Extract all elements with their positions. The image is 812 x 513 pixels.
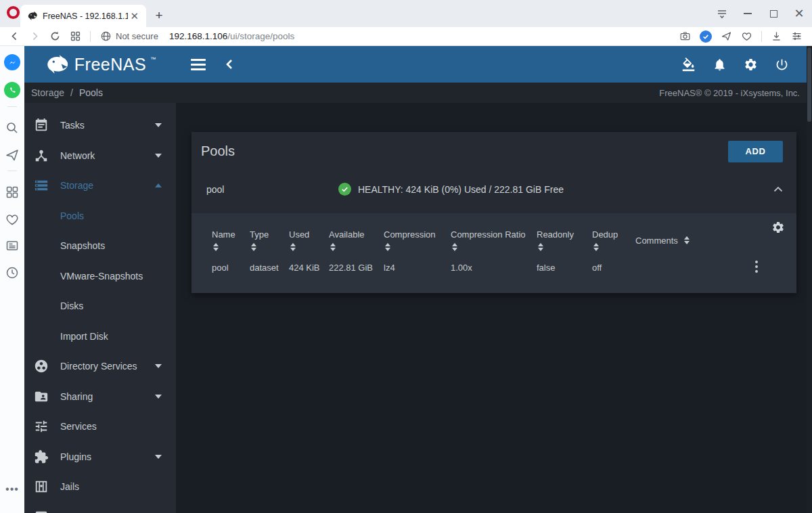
sort-icon[interactable]: [538, 243, 543, 251]
collapse-back-chevron-icon[interactable]: [225, 59, 234, 70]
breadcrumb-section[interactable]: Storage: [31, 87, 64, 98]
sort-icon[interactable]: [593, 243, 599, 251]
column-header-available[interactable]: Available: [329, 229, 384, 251]
sort-icon[interactable]: [452, 243, 457, 251]
sort-icon[interactable]: [213, 243, 219, 251]
url-host: 192.168.1.106: [169, 31, 227, 41]
freenas-logo-trademark: ™: [150, 56, 156, 62]
pool-name: pool: [206, 184, 338, 195]
maximize-button[interactable]: [761, 0, 786, 27]
scrollbar-thumb[interactable]: [807, 47, 811, 122]
tasks-icon: [34, 118, 49, 133]
pool-summary-row[interactable]: pool HEALTHY: 424 KiB (0%) Used / 222.81…: [191, 171, 796, 208]
sidebar-item-vmware-snapshots[interactable]: VMware-Snapshots: [24, 261, 176, 292]
toolbar-separator: [761, 31, 762, 42]
search-icon[interactable]: [5, 120, 20, 135]
bookmarks-heart-icon[interactable]: [5, 212, 20, 227]
tab-close-icon[interactable]: ✕: [128, 10, 141, 22]
add-pool-button[interactable]: ADD: [728, 141, 783, 162]
column-header-dedup[interactable]: Dedup: [592, 229, 635, 251]
url-field[interactable]: 192.168.1.106/ui/storage/pools: [169, 31, 294, 41]
back-icon[interactable]: [9, 30, 20, 42]
nav-toggle-hamburger-icon[interactable]: [191, 59, 206, 70]
chevron-down-icon: [155, 455, 162, 459]
settings-gear-icon[interactable]: [744, 58, 758, 72]
table-row[interactable]: pooldataset424 KiB222.81 GiBlz41.00xfals…: [212, 263, 796, 273]
easy-setup-sliders-icon[interactable]: [791, 30, 803, 42]
freenas-favicon-icon: [27, 11, 38, 22]
tab-menu-icon[interactable]: [709, 0, 735, 27]
sidebar-item-network[interactable]: Network: [24, 141, 176, 171]
sidebar-item-pools[interactable]: Pools: [24, 201, 176, 231]
toolbar-separator: [90, 31, 91, 42]
sidebar-item-jails[interactable]: Jails: [24, 472, 176, 502]
sidebar-item-services[interactable]: Services: [24, 411, 176, 442]
sort-icon[interactable]: [385, 243, 390, 251]
column-label: Type: [250, 229, 269, 240]
bookmark-heart-icon[interactable]: [741, 30, 752, 42]
shield-check-badge[interactable]: [700, 30, 712, 43]
sidebar-item-sharing[interactable]: Sharing: [24, 382, 176, 412]
camera-snapshot-icon[interactable]: [679, 30, 691, 42]
collapse-chevron-up-icon[interactable]: [773, 186, 783, 192]
column-header-name[interactable]: Name: [212, 229, 250, 251]
my-flow-paper-plane-icon[interactable]: [721, 30, 732, 42]
table-header-row: NameTypeUsedAvailableCompressionCompress…: [212, 229, 796, 251]
column-header-compression-ratio[interactable]: Compression Ratio: [451, 229, 537, 251]
url-path: /ui/storage/pools: [227, 31, 294, 41]
opera-logo-icon[interactable]: [7, 6, 20, 19]
sidebar-item-directory-services[interactable]: Directory Services: [24, 351, 176, 382]
sidebar-item-label: Snapshots: [60, 240, 105, 251]
sort-icon[interactable]: [290, 243, 296, 251]
sidebar-item-disks[interactable]: Disks: [24, 291, 176, 321]
chevron-down-icon: [155, 364, 162, 368]
column-header-type[interactable]: Type: [250, 229, 289, 251]
sidebar-item-label: Import Disk: [60, 331, 108, 342]
sidebar-item-reporting[interactable]: Reporting: [24, 502, 176, 513]
power-icon[interactable]: [775, 58, 789, 72]
sidebar-divider: [7, 106, 17, 107]
sidebar-item-tasks[interactable]: Tasks: [24, 110, 176, 141]
column-label: Compression Ratio: [451, 229, 526, 240]
my-flow-icon[interactable]: [5, 148, 20, 162]
sidebar-item-label: Services: [60, 421, 97, 432]
security-label: Not secure: [116, 31, 158, 41]
chevron-up-icon: [155, 183, 162, 187]
table-settings-gear-icon[interactable]: [771, 221, 785, 234]
minimize-button[interactable]: [735, 0, 761, 27]
sidebar-item-storage[interactable]: Storage: [24, 171, 176, 201]
table-cell-compression: lz4: [384, 263, 451, 273]
page-scrollbar[interactable]: [807, 46, 812, 513]
sidebar-item-label: Plugins: [60, 451, 91, 462]
sort-icon[interactable]: [684, 236, 690, 244]
news-icon[interactable]: [5, 238, 20, 253]
speed-dial-grid-icon[interactable]: [70, 30, 81, 42]
sidebar-item-import-disk[interactable]: Import Disk: [24, 321, 176, 352]
new-tab-button[interactable]: +: [152, 8, 166, 23]
column-header-readonly[interactable]: Readonly: [537, 229, 592, 251]
notifications-bell-icon[interactable]: [713, 58, 727, 72]
close-button[interactable]: ✕: [786, 0, 812, 27]
whatsapp-icon[interactable]: [4, 82, 20, 98]
column-header-used[interactable]: Used: [289, 229, 329, 251]
column-label: Name: [212, 229, 235, 240]
freenas-logo[interactable]: FreeNAS™: [24, 54, 176, 74]
download-icon[interactable]: [771, 30, 782, 42]
speed-dial-icon[interactable]: [5, 185, 20, 200]
row-actions-kebab-icon[interactable]: [755, 261, 758, 273]
column-header-comments[interactable]: Comments: [635, 229, 737, 251]
sidebar-item-snapshots[interactable]: Snapshots: [24, 231, 176, 261]
sort-icon[interactable]: [330, 243, 336, 251]
browser-tab[interactable]: FreeNAS - 192.168.1.106 ✕: [20, 5, 146, 27]
table-cell-used: 424 KiB: [289, 263, 329, 273]
sidebar-settings-ellipsis[interactable]: •••: [5, 483, 19, 495]
messenger-icon[interactable]: [4, 54, 20, 70]
sidebar-item-plugins[interactable]: Plugins: [24, 442, 176, 472]
reload-icon[interactable]: [49, 30, 61, 42]
header-action-icons: [681, 58, 789, 72]
site-security[interactable]: Not secure: [100, 30, 158, 42]
history-clock-icon[interactable]: [5, 265, 20, 280]
theme-color-fill-icon[interactable]: [681, 58, 696, 72]
column-header-compression[interactable]: Compression: [384, 229, 451, 251]
sort-icon[interactable]: [251, 243, 256, 251]
